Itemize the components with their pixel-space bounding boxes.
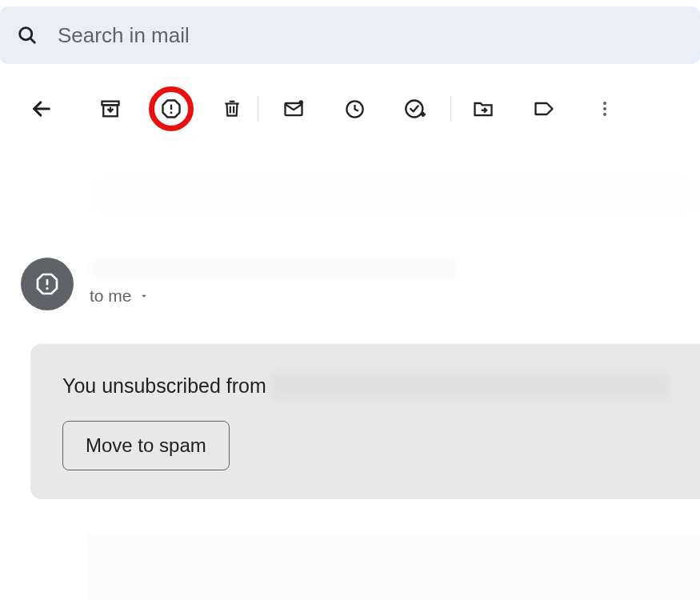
- sender-row: to me: [21, 258, 700, 310]
- svg-line-1: [30, 38, 35, 43]
- label-icon: [533, 98, 555, 120]
- sender-name: [90, 258, 458, 280]
- task-add-icon: [404, 98, 426, 120]
- svg-point-8: [170, 112, 173, 114]
- svg-point-16: [406, 101, 422, 118]
- svg-point-14: [299, 100, 303, 104]
- sender-avatar[interactable]: [21, 258, 74, 310]
- arrow-left-icon: [30, 98, 53, 120]
- report-spam-icon: [160, 98, 182, 120]
- report-spam-button[interactable]: [152, 90, 190, 128]
- email-toolbar: [0, 64, 700, 128]
- svg-point-19: [603, 102, 606, 105]
- report-spam-icon: [34, 271, 60, 297]
- more-vert-icon: [595, 99, 614, 118]
- more-button[interactable]: [586, 90, 624, 128]
- move-to-spam-button[interactable]: Move to spam: [62, 421, 230, 470]
- banner-sender-name: [271, 373, 668, 398]
- svg-point-21: [603, 113, 606, 116]
- search-icon: [16, 24, 38, 46]
- snooze-button[interactable]: [335, 90, 374, 128]
- toolbar-divider: [450, 96, 451, 122]
- search-input[interactable]: [58, 23, 684, 48]
- recipient-line[interactable]: to me: [90, 286, 458, 306]
- add-to-tasks-button[interactable]: [396, 90, 434, 128]
- move-to-button[interactable]: [464, 90, 502, 128]
- archive-icon: [99, 98, 122, 120]
- archive-button[interactable]: [91, 90, 130, 128]
- svg-point-20: [603, 107, 606, 110]
- labels-button[interactable]: [525, 90, 563, 128]
- delete-button[interactable]: [213, 90, 251, 128]
- email-subject: [88, 174, 700, 216]
- mark-unread-button[interactable]: [274, 90, 313, 128]
- unsubscribe-banner: You unsubscribed from Move to spam: [30, 344, 700, 499]
- trash-icon: [222, 98, 242, 119]
- back-button[interactable]: [22, 90, 61, 128]
- mail-unread-icon: [282, 98, 305, 120]
- recipient-text: to me: [90, 286, 132, 306]
- svg-point-24: [46, 287, 48, 290]
- banner-text: You unsubscribed from: [62, 374, 266, 398]
- clock-icon: [344, 98, 366, 120]
- search-bar[interactable]: [0, 6, 700, 64]
- move-to-icon: [472, 98, 494, 120]
- chevron-down-icon: [138, 290, 150, 302]
- email-body: [88, 534, 700, 600]
- toolbar-divider: [258, 96, 258, 122]
